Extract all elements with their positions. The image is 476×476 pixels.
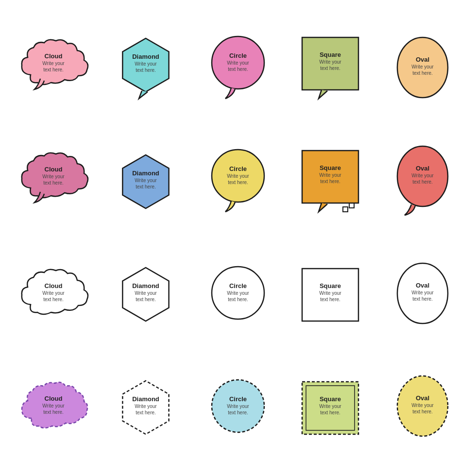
svg-text:Oval: Oval — [416, 394, 429, 402]
square-svg: Square Write yourtext here. — [296, 263, 364, 326]
svg-text:Write your: Write your — [319, 172, 341, 178]
circle-svg: Circle Write yourtext here. — [204, 33, 272, 104]
oval-svg: Oval Write yourtext here. — [391, 142, 454, 221]
cloud-svg: Cloud Write yourtext here. — [17, 37, 90, 100]
svg-text:Circle: Circle — [229, 395, 247, 403]
cell-r1-c5: Oval Write yourtext here. — [379, 15, 466, 123]
cloud-svg: Cloud Write yourtext here. — [17, 267, 90, 323]
cell-r4-c1: Cloud Write yourtext here. — [10, 354, 97, 462]
svg-text:Write your: Write your — [411, 290, 434, 295]
svg-text:text here.: text here. — [412, 70, 433, 76]
svg-text:text here.: text here. — [228, 180, 248, 185]
circle-svg: Circle Write yourtext here. — [204, 146, 272, 218]
svg-text:Write your: Write your — [42, 290, 65, 296]
svg-text:Write your: Write your — [227, 60, 249, 66]
cloud-svg: Cloud Write yourtext here. — [17, 379, 90, 435]
hex-svg: Diamond Write yourtext here. — [112, 34, 180, 104]
svg-text:text here.: text here. — [43, 409, 64, 415]
cell-r3-c4: Square Write yourtext here. — [287, 240, 374, 349]
svg-text:text here.: text here. — [43, 180, 64, 186]
cell-r4-c4: Square Write yourtext here. — [287, 354, 374, 462]
square-svg: Square Write yourtext here. — [296, 376, 364, 439]
svg-text:text here.: text here. — [320, 297, 340, 302]
svg-text:Oval: Oval — [416, 56, 429, 63]
svg-text:Write your: Write your — [319, 59, 341, 65]
svg-text:Diamond: Diamond — [132, 53, 159, 60]
svg-text:Write your: Write your — [319, 404, 341, 409]
cell-r3-c1: Cloud Write yourtext here. — [10, 240, 97, 349]
cloud-svg: Cloud Write yourtext here. — [17, 150, 90, 213]
svg-text:Write your: Write your — [227, 173, 249, 179]
hex-svg: Diamond Write yourtext here. — [112, 150, 180, 213]
hex-svg: Diamond Write yourtext here. — [112, 376, 180, 439]
svg-text:Circle: Circle — [229, 52, 247, 59]
svg-text:Oval: Oval — [416, 165, 429, 172]
oval-svg: Oval Write yourtext here. — [391, 372, 454, 442]
cell-r1-c4: Square Write yourtext here. — [287, 15, 374, 123]
svg-text:Write your: Write your — [135, 404, 157, 409]
svg-text:text here.: text here. — [412, 409, 433, 414]
svg-text:Write your: Write your — [319, 290, 341, 296]
svg-text:Write your: Write your — [411, 64, 434, 69]
svg-text:text here.: text here. — [228, 297, 248, 302]
cell-r2-c4: Square Write yourtext here. — [287, 128, 374, 236]
cell-r4-c2: Diamond Write yourtext here. — [102, 354, 189, 462]
svg-text:Square: Square — [320, 282, 341, 289]
svg-text:Write your: Write your — [411, 173, 434, 178]
cell-r4-c5: Oval Write yourtext here. — [379, 354, 466, 462]
svg-text:Square: Square — [320, 51, 341, 58]
svg-text:Write your: Write your — [135, 61, 157, 67]
svg-text:text here.: text here. — [136, 68, 156, 73]
svg-text:Write your: Write your — [42, 61, 65, 66]
svg-text:Square: Square — [320, 164, 341, 171]
svg-text:Square: Square — [320, 395, 341, 403]
svg-text:text here.: text here. — [228, 410, 248, 415]
svg-text:text here.: text here. — [320, 179, 340, 184]
svg-text:Write your: Write your — [411, 403, 434, 408]
svg-text:text here.: text here. — [136, 297, 156, 302]
cell-r1-c1: Cloud Write yourtext here. — [10, 15, 97, 123]
svg-text:Cloud: Cloud — [45, 395, 63, 402]
svg-text:text here.: text here. — [412, 296, 433, 302]
svg-text:Diamond: Diamond — [132, 170, 159, 177]
svg-text:Cloud: Cloud — [45, 52, 63, 60]
svg-text:Write your: Write your — [227, 290, 249, 296]
square-svg: Square Write yourtext here. — [296, 145, 364, 219]
svg-text:Cloud: Cloud — [45, 166, 63, 173]
cell-r2-c3: Circle Write yourtext here. — [194, 128, 282, 236]
hex-svg: Diamond Write yourtext here. — [112, 263, 180, 326]
circle-svg: Circle Write yourtext here. — [204, 263, 272, 326]
cell-r4-c3: Circle Write yourtext here. — [194, 354, 282, 462]
cell-r3-c3: Circle Write yourtext here. — [194, 240, 282, 349]
cell-r3-c5: Oval Write yourtext here. — [379, 240, 466, 349]
svg-text:text here.: text here. — [136, 184, 156, 189]
svg-text:Oval: Oval — [416, 282, 429, 289]
svg-text:Diamond: Diamond — [132, 395, 159, 403]
square-svg: Square Write yourtext here. — [296, 32, 364, 105]
svg-text:Write your: Write your — [42, 403, 65, 408]
cell-r2-c1: Cloud Write yourtext here. — [10, 128, 97, 236]
svg-rect-31 — [343, 207, 348, 212]
svg-text:Write your: Write your — [42, 174, 65, 179]
svg-text:text here.: text here. — [43, 67, 64, 72]
svg-text:Write your: Write your — [227, 404, 249, 409]
oval-svg: Oval Write yourtext here. — [391, 259, 454, 330]
svg-text:Circle: Circle — [229, 282, 247, 289]
svg-text:Write your: Write your — [135, 290, 157, 296]
main-grid: Cloud Write yourtext here. Diamond Write… — [0, 0, 476, 476]
svg-text:text here.: text here. — [228, 67, 248, 72]
svg-text:Diamond: Diamond — [132, 282, 159, 289]
cell-r2-c5: Oval Write yourtext here. — [379, 128, 466, 236]
svg-text:Cloud: Cloud — [45, 282, 63, 289]
circle-svg: Circle Write yourtext here. — [204, 376, 272, 439]
cell-r1-c3: Circle Write yourtext here. — [194, 15, 282, 123]
svg-text:text here.: text here. — [320, 410, 340, 415]
svg-text:Write your: Write your — [135, 178, 157, 183]
oval-svg: Oval Write yourtext here. — [391, 34, 454, 104]
cell-r1-c2: Diamond Write yourtext here. — [102, 15, 189, 123]
svg-text:Circle: Circle — [229, 165, 247, 172]
svg-text:text here.: text here. — [43, 297, 64, 302]
cell-r3-c2: Diamond Write yourtext here. — [102, 240, 189, 349]
svg-rect-32 — [349, 203, 354, 208]
svg-text:text here.: text here. — [136, 410, 156, 415]
